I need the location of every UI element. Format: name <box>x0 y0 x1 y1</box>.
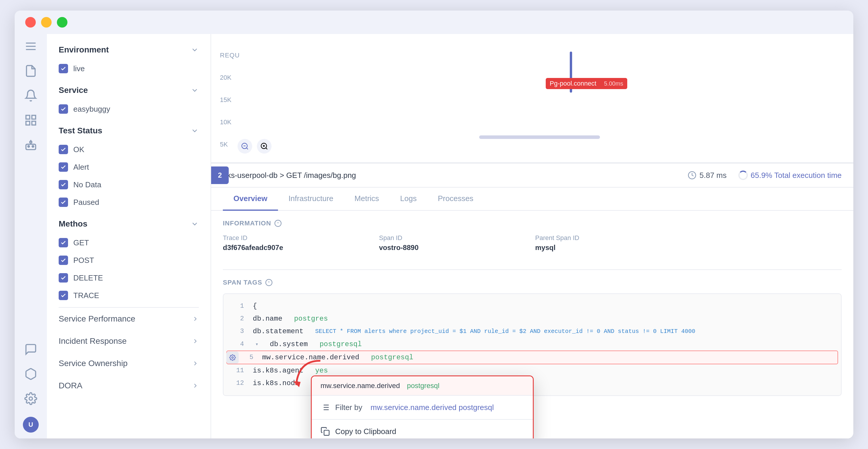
filter-item-trace[interactable]: TRACE <box>47 287 211 304</box>
context-menu-filter-by[interactable]: Filter by mw.service.name.derived postgr… <box>312 396 533 420</box>
checkbox-live[interactable] <box>59 64 68 73</box>
filter-item-paused[interactable]: Paused <box>47 193 211 211</box>
filter-label-get: GET <box>73 238 89 247</box>
box-icon[interactable] <box>24 367 37 380</box>
tab-infrastructure[interactable]: Infrastructure <box>278 188 344 211</box>
context-menu-value: postgresql <box>407 382 440 390</box>
y-5k: 5K <box>220 141 240 148</box>
span-duration: 5.00ms <box>604 80 623 87</box>
nav-service-ownership[interactable]: Service Ownership <box>47 352 211 375</box>
chevron-right-icon <box>192 382 199 389</box>
context-menu-header: mw.service.name.derived postgresql <box>312 376 533 396</box>
svg-point-11 <box>29 397 33 400</box>
arrow-indicator <box>290 355 326 397</box>
methods-label: Methos <box>59 219 87 229</box>
service-label: Service <box>59 86 88 95</box>
chevron-down-icon <box>191 86 199 94</box>
alerts-icon[interactable] <box>24 89 37 102</box>
filter-label-ok: OK <box>73 145 85 154</box>
checkbox-ok[interactable] <box>59 145 68 154</box>
nav-dora[interactable]: DORA <box>47 375 211 397</box>
minimize-button[interactable] <box>41 17 52 28</box>
svg-rect-34 <box>324 430 329 435</box>
span-tags-section: SPAN TAGS 1 { 2 db.name postg <box>211 279 853 405</box>
svg-line-13 <box>246 148 248 149</box>
svg-point-26 <box>232 357 234 358</box>
document-icon[interactable] <box>24 64 37 77</box>
clock-icon <box>688 171 696 180</box>
avatar-icon[interactable]: U <box>23 417 39 432</box>
y-15k: 15K <box>220 96 240 104</box>
information-title: INFORMATION <box>223 220 842 227</box>
detail-panel[interactable]: 2 aks-userpool-db > GET /images/bg.png 5… <box>211 163 853 439</box>
code-line-3: 3 db.statement SELECT * FROM alerts wher… <box>223 325 841 338</box>
checkbox-paused[interactable] <box>59 197 68 207</box>
test-status-section-header[interactable]: Test Status <box>47 121 211 141</box>
y-label-requ: REQU <box>220 52 240 59</box>
trace-id-value: d3f676afeadc907e <box>223 244 373 252</box>
filter-label-paused: Paused <box>73 198 99 207</box>
row-number-badge: 2 <box>211 166 229 184</box>
scrollbar-thumb[interactable] <box>479 135 600 139</box>
spinner-icon <box>738 170 748 180</box>
section-divider <box>223 269 842 270</box>
gear-icon[interactable] <box>24 392 37 405</box>
context-menu-copy[interactable]: Copy to Clipboard <box>312 420 533 439</box>
robot-icon[interactable] <box>24 138 37 151</box>
main-content: REQU 20K 15K 10K 5K 0 <box>211 34 853 439</box>
tab-metrics[interactable]: Metrics <box>344 188 390 211</box>
checkbox-alert[interactable] <box>59 162 68 172</box>
filter-item-alert[interactable]: Alert <box>47 158 211 176</box>
y-10k: 10K <box>220 119 240 126</box>
exec-time-label: 65.9% Total execution time <box>751 171 842 180</box>
nav-incident-response[interactable]: Incident Response <box>47 330 211 352</box>
filter-item-ok[interactable]: OK <box>47 141 211 158</box>
filter-item-live[interactable]: live <box>47 60 211 77</box>
zoom-in-button[interactable] <box>257 139 272 154</box>
checkbox-post[interactable] <box>59 256 68 265</box>
maximize-button[interactable] <box>57 17 67 28</box>
tab-processes[interactable]: Processes <box>427 188 484 211</box>
info-icon <box>274 220 282 227</box>
filter-icon <box>320 403 330 412</box>
checkbox-no-data[interactable] <box>59 180 68 189</box>
chevron-right-icon <box>192 338 199 345</box>
checkbox-easybuggy[interactable] <box>59 104 68 114</box>
filter-item-get[interactable]: GET <box>47 234 211 252</box>
nav-service-performance-label: Service Performance <box>59 314 135 324</box>
checkbox-trace[interactable] <box>59 291 68 300</box>
chart-y-labels: REQU 20K 15K 10K 5K 0 <box>220 52 240 170</box>
code-line-2: 2 db.name postgres <box>223 313 841 325</box>
tab-logs[interactable]: Logs <box>390 188 427 211</box>
methods-section-header[interactable]: Methos <box>47 214 211 234</box>
code-line-4: 4 ▾ db.system postgresql <box>223 338 841 351</box>
zoom-out-button[interactable] <box>238 139 252 154</box>
support-icon[interactable] <box>24 343 37 356</box>
checkbox-get[interactable] <box>59 238 68 247</box>
service-section-header[interactable]: Service <box>47 80 211 100</box>
titlebar <box>15 10 853 34</box>
nav-service-performance[interactable]: Service Performance <box>47 308 211 330</box>
svg-marker-27 <box>293 381 301 387</box>
gear-settings-button[interactable] <box>226 351 239 364</box>
close-button[interactable] <box>25 17 36 28</box>
filter-item-post[interactable]: POST <box>47 252 211 269</box>
checkbox-delete[interactable] <box>59 273 68 283</box>
copy-icon <box>320 427 330 436</box>
filter-panel: Environment live Service <box>47 34 211 439</box>
filter-item-easybuggy[interactable]: easybuggy <box>47 100 211 118</box>
environment-section-header[interactable]: Environment <box>47 40 211 60</box>
filter-item-delete[interactable]: DELETE <box>47 269 211 287</box>
breadcrumb-bar: aks-userpool-db > GET /images/bg.png 5.8… <box>211 164 853 188</box>
filter-label-delete: DELETE <box>73 274 103 283</box>
filter-item-no-data[interactable]: No Data <box>47 176 211 193</box>
menu-icon[interactable] <box>24 40 37 53</box>
trace-id-field: Trace ID d3f676afeadc907e <box>223 234 373 252</box>
dashboard-icon[interactable] <box>24 114 37 127</box>
tab-overview[interactable]: Overview <box>223 188 278 211</box>
nav-dora-label: DORA <box>59 381 83 390</box>
svg-rect-5 <box>32 121 36 125</box>
copy-clipboard-label: Copy to Clipboard <box>335 427 396 436</box>
time-info: 5.87 ms 65.9% Total execution time <box>688 170 842 180</box>
filter-by-label: Filter by <box>335 403 362 412</box>
